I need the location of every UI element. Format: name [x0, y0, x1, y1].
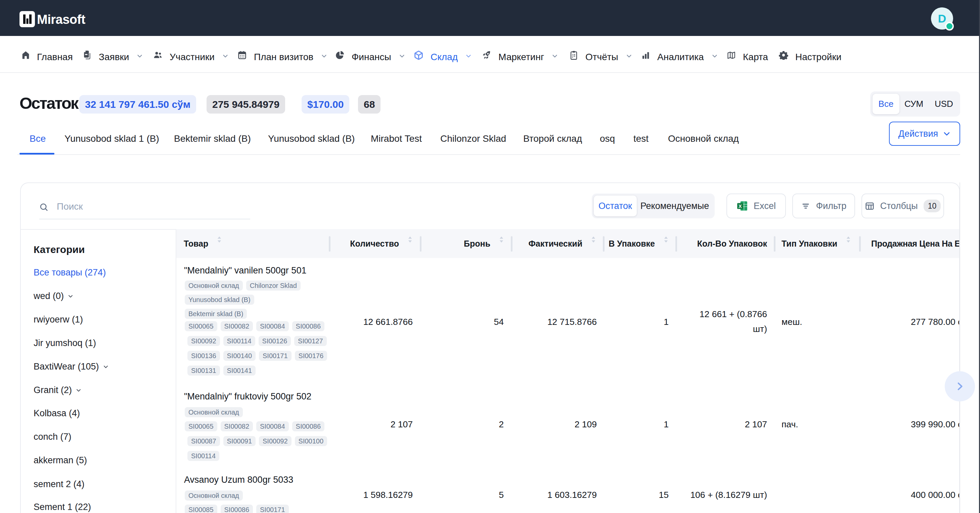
svg-text:X: X [738, 204, 742, 209]
